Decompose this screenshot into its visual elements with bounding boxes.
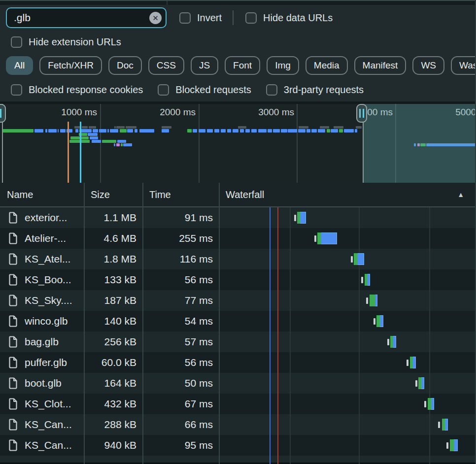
waterfall-bar[interactable] [370,295,377,306]
waterfall-bar[interactable] [376,315,383,327]
overview-activity-bar [214,129,219,133]
filter-pill-fetch-xhr[interactable]: Fetch/XHR [39,56,102,75]
filter-search-box[interactable]: ✕ [6,7,167,28]
filter-pill-js[interactable]: JS [191,56,218,75]
request-time-cell: 57 ms [142,331,219,352]
request-row[interactable]: KS_Can...288 kB66 ms [0,414,475,435]
overview-activity-bar [58,129,59,133]
waterfall-waiting-segment [428,398,431,410]
waterfall-bar[interactable] [365,274,370,286]
overview-activity-bar [60,129,66,133]
request-row[interactable]: KS_Sky....187 kB77 ms [0,290,475,311]
request-time-cell: 77 ms [142,290,219,311]
request-size-cell: 187 kB [84,290,142,311]
request-row[interactable]: Atelier-...4.6 MB255 ms [0,228,475,249]
3rd-party-requests-toggle[interactable]: 3rd-party requests [266,84,364,96]
left-window-grip[interactable] [0,104,6,123]
request-row[interactable]: KS_Clot...432 kB67 ms [0,394,475,414]
blocked-response-cookies-checkbox[interactable] [11,84,22,96]
waterfall-bar[interactable] [450,439,458,451]
invert-checkbox[interactable] [179,12,191,24]
hide-extension-urls-checkbox[interactable] [11,36,22,48]
file-icon [8,232,18,244]
waterfall-queue-tick [351,256,353,263]
overview-activity-bar [199,129,205,133]
hide-extension-urls-toggle[interactable]: Hide extension URLs [11,36,121,48]
request-row[interactable]: puffer.glb60.0 kB56 ms [0,352,475,373]
filter-pill-css[interactable]: CSS [148,56,184,75]
waterfall-bar[interactable] [442,419,448,431]
3rd-party-requests-checkbox[interactable] [266,84,277,96]
clear-filter-button[interactable]: ✕ [149,12,162,24]
filter-pill-font[interactable]: Font [225,56,260,75]
blocked-requests-toggle[interactable]: Blocked requests [158,84,251,96]
filter-pill-doc[interactable]: Doc [108,56,142,75]
filter-pill-media[interactable]: Media [306,56,348,75]
waterfall-download-segment [321,232,337,244]
waterfall-queue-tick [415,380,417,387]
column-header-time[interactable]: Time [142,183,219,206]
overview-activity-bar [238,126,246,129]
request-size-cell: 432 kB [84,394,142,414]
waterfall-bar[interactable] [354,253,364,265]
request-time-cell: 67 ms [142,394,219,414]
overview-activity-bar [233,129,238,133]
overview-activity-bar [187,129,192,133]
column-header-name[interactable]: Name [0,183,84,206]
overview-activity-bar [320,126,329,129]
waterfall-queue-tick [387,339,389,345]
toolbar-divider [233,10,234,25]
overview-activity-bar [114,143,115,146]
hide-data-urls-checkbox[interactable] [245,12,257,24]
waterfall-download-segment [421,377,424,389]
request-row[interactable]: KS_Atel...1.8 MB116 ms [0,249,475,269]
filter-pill-manifest[interactable]: Manifest [354,56,407,75]
request-row[interactable]: winco.glb140 kB54 ms [0,311,475,331]
overview-activity-bar [110,129,118,133]
request-name: winco.glb [25,315,68,327]
waterfall-bar[interactable] [297,212,306,224]
right-window-grip[interactable] [356,104,367,123]
dcl-event-line [68,122,69,183]
file-icon [8,377,18,389]
hide-data-urls-toggle[interactable]: Hide data URLs [245,12,333,24]
overview-activity-bar [299,126,308,129]
waterfall-queue-tick [424,401,426,407]
blocked-response-cookies-toggle[interactable]: Blocked response cookies [11,84,143,96]
request-size-cell: 1.8 MB [84,249,142,269]
waterfall-queue-tick [407,360,408,366]
request-row[interactable]: exterior...1.1 MB91 ms [0,207,475,228]
column-header-size[interactable]: Size [84,183,142,206]
request-row[interactable]: KS_Can...940 kB95 ms [0,435,475,456]
filter-pill-ws[interactable]: WS [412,56,444,75]
timeline-overview[interactable]: 1000 ms2000 ms3000 ms4000 ms5000 ms [0,104,475,183]
waterfall-bar[interactable] [410,357,416,368]
waterfall-bar[interactable] [428,398,434,410]
request-time-cell: 66 ms [142,414,219,435]
filter-input[interactable] [13,11,149,24]
overview-ruler-label: 2000 ms [148,107,196,118]
overview-activity-bar [355,129,357,133]
invert-filter-toggle[interactable]: Invert [179,12,222,24]
column-header-waterfall[interactable]: Waterfall ▲ [219,183,475,206]
request-row[interactable]: boot.glb164 kB50 ms [0,373,475,394]
file-icon [8,439,18,451]
request-row[interactable]: KS_Boo...133 kB56 ms [0,269,475,290]
overview-activity-bar [116,126,125,129]
filter-pill-all[interactable]: All [6,56,33,75]
request-row[interactable]: bag.glb256 kB57 ms [0,331,475,352]
filter-pill-img[interactable]: Img [267,56,299,75]
filter-pill-wasm[interactable]: Wasm [451,56,475,75]
waterfall-bar[interactable] [418,377,424,389]
waterfall-queue-tick [374,318,375,325]
waterfall-bar[interactable] [317,232,337,244]
overview-activity-bar [34,129,43,133]
overview-activity-bar [121,143,123,146]
waterfall-bar[interactable] [390,336,396,348]
overview-activity-bar [207,129,213,133]
overview-ruler-label: 1000 ms [50,107,97,118]
waterfall-download-segment [380,315,383,327]
blocked-requests-checkbox[interactable] [158,84,169,96]
request-name-cell: KS_Clot... [0,394,84,414]
overview-activity-bar [258,129,267,133]
